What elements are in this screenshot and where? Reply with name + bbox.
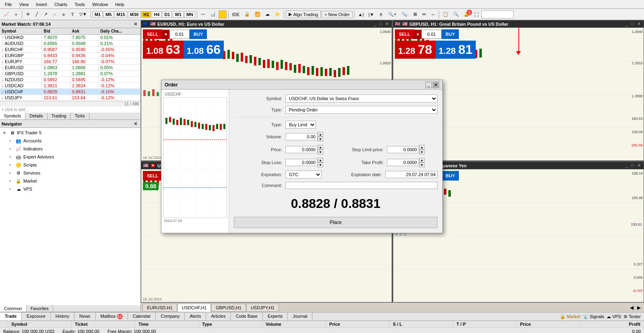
line-chart-btn[interactable]: 〰 [199,11,207,18]
tab-trading[interactable]: Trading [47,113,71,119]
order-dialog[interactable]: Order _ ✕ USDCHF [161,80,443,233]
market-link[interactable]: 🔒 Market [560,314,580,319]
sl-input[interactable] [285,159,318,166]
eurusd-minimize[interactable]: _ [372,21,377,27]
nav-market[interactable]: + 🔒 Market [1,177,140,185]
wifi-btn[interactable]: 📶 [253,10,262,18]
menu-file[interactable]: File [2,1,15,8]
nav-tab-common[interactable]: Common [0,305,27,312]
algo-trading-btn[interactable]: ▶ Algo Trading [286,10,321,18]
candlestick-type-btn[interactable]: 🕯 [377,11,385,18]
eurusd-volume[interactable] [169,30,190,39]
candle-btn[interactable]: 📊 [208,10,218,18]
chart-tabs-prev[interactable]: ◀ [628,304,635,311]
shapes-btn[interactable]: ▽▼ [77,10,89,18]
usdjpy-restore[interactable]: □ [630,163,635,168]
chart-tab-eurusd[interactable]: EURUSD,H1 [142,304,177,312]
tp-input[interactable] [387,159,419,166]
trendline-btn[interactable]: ↗ [41,10,50,18]
eurusd-sell-btn[interactable]: SELL [143,29,162,39]
bottom-tab-articles[interactable]: Articles [206,312,231,321]
crosshair-btn[interactable]: ✛ [24,10,32,18]
tf-m1[interactable]: M1 [93,11,103,18]
bottom-tab-calendar[interactable]: Calendar [128,312,156,321]
gbpusd-close[interactable]: ✕ [636,21,642,27]
dialog-minimize[interactable]: _ [425,82,432,88]
eurusd-restore[interactable]: □ [378,21,383,27]
usdjpy-minimize[interactable]: _ [624,163,629,168]
bottom-tab-codebase[interactable]: Code Base [231,312,262,321]
nav-indicators[interactable]: + 📈 Indicators [1,145,140,153]
chart-tabs-next[interactable]: ▶ [636,304,642,311]
bottom-tab-mailbox[interactable]: Mailbox 11 [96,312,128,321]
bottom-tab-alerts[interactable]: Alerts [185,312,206,321]
channel-btn[interactable]: ⟋ [50,11,59,18]
bottom-tab-experts[interactable]: Experts [263,312,288,321]
tf-d1[interactable]: D1 [162,11,172,18]
volume-input[interactable] [285,133,318,140]
bottom-tab-history[interactable]: History [51,312,74,321]
type-select[interactable]: Pending Order [285,106,438,114]
bottom-tab-exposure[interactable]: Exposure [22,312,50,321]
tab-ticks[interactable]: Ticks [71,113,89,119]
nav-accounts[interactable]: + 👥 Accounts [1,137,140,145]
tf-w1[interactable]: W1 [173,11,184,18]
expand-btn[interactable]: ⛶ [472,11,481,18]
lines-btn[interactable]: ≡ [60,11,68,18]
stoplimit-up[interactable]: ▲ [419,145,425,150]
comment-input[interactable] [285,182,438,189]
sl-up[interactable]: ▲ [318,158,323,162]
navigator-close[interactable]: ✕ [132,121,139,127]
auto-scroll-btn[interactable]: ↔ [429,11,437,18]
tab-details[interactable]: Details [25,113,47,119]
zoom-btn3[interactable]: 🔍- [399,10,411,18]
volume-up[interactable]: ▲ [318,132,323,137]
scroll-btn[interactable]: ⇔ [420,10,428,18]
tp-down[interactable]: ▼ [419,162,425,167]
usdjpy-buy-btn[interactable]: BUY [442,171,459,181]
lock-btn[interactable]: 🔒 [242,10,252,18]
template-btn[interactable]: 📋 [441,10,450,18]
menu-window[interactable]: Window [89,1,111,8]
tf-h4[interactable]: H4 [152,11,161,18]
tf-m15[interactable]: M15 [114,11,127,18]
menu-view[interactable]: View [16,1,32,8]
search-btn[interactable]: 🔍 [451,10,461,18]
tf-h1[interactable]: H1 [141,11,151,18]
bottom-tab-journal[interactable]: Journal [288,312,312,321]
nav-root[interactable]: ▼ 🖥 IFX Trader 5 [1,129,140,137]
signals-link[interactable]: 📡 Signals [583,314,604,319]
nav-services[interactable]: + ⚙ Services [1,169,140,177]
usdchf-sell-btn[interactable]: SELL [143,171,162,181]
add-symbol[interactable]: + click to add... [0,107,140,113]
tf-m30[interactable]: M30 [128,11,140,18]
nav-vps[interactable]: + ☁ VPS [1,185,140,193]
sl-down[interactable]: ▼ [318,162,323,167]
new-chart-btn[interactable]: 📈 [2,10,11,18]
zoom-out-btn[interactable]: |▼ [367,11,376,18]
zoom-btn2[interactable]: 🔍+ [386,10,398,18]
dialog-close[interactable]: ✕ [433,82,439,88]
menu-insert[interactable]: Insert [33,1,50,8]
tp-up[interactable]: ▲ [419,158,425,162]
gbpusd-minimize[interactable]: _ [624,21,629,27]
stoplimit-down[interactable]: ▼ [419,150,425,154]
gbpusd-sell-btn[interactable]: SELL [395,29,414,39]
eurusd-sell-dropdown[interactable]: ▼ [162,30,169,39]
price-down[interactable]: ▼ [318,150,323,154]
nav-tab-favorites[interactable]: Favorites [27,305,53,312]
place-btn[interactable]: Place [234,217,438,228]
bottom-tab-company[interactable]: Company [156,312,185,321]
tab-symbols[interactable]: Symbols [0,113,25,119]
price-up[interactable]: ▲ [318,145,323,150]
nav-scripts[interactable]: + 🟡 Scripts [1,161,140,169]
market-watch-close[interactable]: ✕ [132,21,139,27]
usdjpy-close[interactable]: ✕ [636,163,642,168]
exp-date-input[interactable] [385,171,438,178]
ide-btn[interactable]: IDE [230,11,242,18]
tf-m5[interactable]: M5 [103,11,114,18]
nav-experts[interactable]: + 🤖 Expert Advisors [1,153,140,161]
color-btn[interactable] [219,10,227,18]
zoom-in-btn[interactable]: ▲| [356,11,366,18]
stoplimit-input[interactable] [387,146,419,153]
